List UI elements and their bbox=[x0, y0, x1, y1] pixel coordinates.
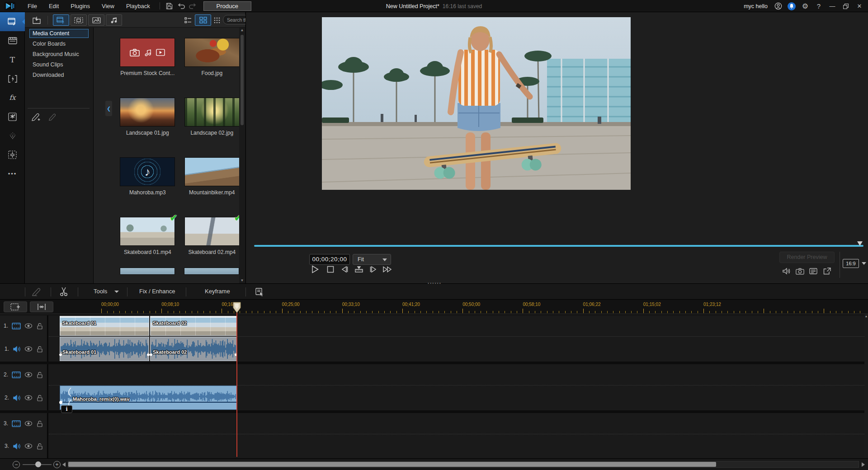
sidebar-overlay-room[interactable] bbox=[0, 107, 25, 126]
menu-playback[interactable]: Playback bbox=[120, 0, 156, 12]
timeline-clip-audio[interactable]: Skateboard 01 bbox=[60, 337, 149, 361]
scroll-right-icon[interactable] bbox=[862, 462, 865, 467]
fast-forward-button[interactable] bbox=[382, 263, 393, 275]
lock-icon[interactable] bbox=[36, 420, 43, 427]
minimize-button[interactable]: — bbox=[826, 0, 838, 12]
filter-photo-button[interactable] bbox=[88, 14, 104, 26]
play-button[interactable] bbox=[309, 263, 321, 275]
previous-frame-button[interactable] bbox=[339, 263, 350, 275]
library-item[interactable]: Mountainbiker.mp4 bbox=[182, 157, 242, 217]
settings-gear-icon[interactable]: ⚙ bbox=[799, 0, 811, 12]
library-scrollbar[interactable]: ▲ ▼ bbox=[239, 28, 245, 283]
playhead-marker[interactable] bbox=[233, 302, 241, 313]
timeline-ruler[interactable]: 00;00;0000;08;1000;16;2000;25;0000;33;10… bbox=[0, 300, 868, 314]
scroll-up-icon[interactable]: ▲ bbox=[864, 314, 868, 319]
eye-icon[interactable] bbox=[24, 323, 33, 329]
preview-quality-icon[interactable] bbox=[807, 266, 819, 276]
library-item[interactable]: Mahoroba.mp3 bbox=[118, 157, 177, 217]
timeline-clip-audio[interactable]: Skateboard 02 bbox=[150, 337, 237, 361]
lock-icon[interactable] bbox=[36, 323, 43, 329]
volume-keyframe-dot[interactable] bbox=[59, 401, 62, 404]
sidebar-particle-room[interactable] bbox=[0, 126, 25, 145]
zoom-slider-thumb[interactable] bbox=[35, 461, 41, 467]
timeline-clip-video[interactable]: Skateboard 02 bbox=[150, 316, 237, 336]
fit-timeline-button[interactable]: + bbox=[53, 461, 61, 468]
sidebar-more-rooms[interactable]: ••• bbox=[0, 164, 25, 183]
lock-icon[interactable] bbox=[36, 395, 43, 401]
import-media-button[interactable] bbox=[30, 14, 43, 26]
fix-enhance-button[interactable]: Fix / Enhance bbox=[139, 288, 175, 295]
seek-to-marker-button[interactable] bbox=[353, 263, 365, 275]
restore-button[interactable] bbox=[840, 0, 852, 12]
eye-icon[interactable] bbox=[24, 421, 33, 426]
sidebar-transition-room[interactable] bbox=[0, 69, 25, 88]
snapshot-camera-icon[interactable] bbox=[794, 266, 806, 276]
grid-view-button[interactable] bbox=[195, 14, 211, 26]
scroll-down-icon[interactable]: ▼ bbox=[239, 278, 245, 283]
produce-button[interactable]: Produce bbox=[203, 1, 251, 11]
library-menu-button[interactable] bbox=[212, 14, 222, 26]
clip-info-badge[interactable]: i bbox=[61, 405, 72, 413]
undo-button[interactable] bbox=[175, 0, 187, 12]
sidebar-media-room[interactable]: ♪ bbox=[0, 12, 25, 31]
eye-icon[interactable] bbox=[24, 395, 33, 400]
save-button[interactable] bbox=[164, 0, 175, 12]
library-item[interactable]: Premium Stock Cont... bbox=[118, 38, 177, 98]
lock-icon[interactable] bbox=[36, 443, 43, 450]
stop-button[interactable] bbox=[325, 263, 336, 275]
zoom-out-button[interactable]: − bbox=[13, 461, 20, 468]
chevron-down-icon[interactable] bbox=[862, 262, 866, 265]
volume-rubber-band[interactable] bbox=[60, 402, 236, 403]
help-icon[interactable]: ? bbox=[813, 0, 825, 12]
filter-all-media-button[interactable]: ♪ bbox=[53, 14, 69, 26]
scroll-left-icon[interactable] bbox=[62, 462, 66, 467]
library-item[interactable]: Food.jpg bbox=[182, 38, 242, 98]
category-item[interactable]: Downloaded bbox=[29, 70, 89, 80]
render-preview-button[interactable]: Render Preview bbox=[779, 252, 835, 263]
timeline-horizontal-scrollbar[interactable] bbox=[68, 461, 859, 468]
category-item[interactable]: Background Music bbox=[29, 50, 89, 59]
filter-music-button[interactable] bbox=[106, 14, 122, 26]
menu-plugins[interactable]: Plugins bbox=[65, 0, 96, 12]
next-frame-button[interactable] bbox=[368, 263, 379, 275]
menu-file[interactable]: File bbox=[22, 0, 43, 12]
sidebar-effects-room[interactable]: fx bbox=[0, 88, 25, 107]
library-item[interactable]: Landscape 02.jpg bbox=[182, 98, 242, 157]
seekbar-handle[interactable] bbox=[857, 241, 863, 246]
menu-edit[interactable]: Edit bbox=[43, 0, 65, 12]
scroll-up-icon[interactable]: ▲ bbox=[239, 28, 245, 33]
scrollbar-thumb[interactable] bbox=[68, 462, 716, 467]
preview-seekbar[interactable] bbox=[254, 245, 863, 247]
add-tag-icon[interactable] bbox=[31, 113, 41, 122]
scrollbar-thumb[interactable] bbox=[241, 35, 244, 125]
eye-icon[interactable] bbox=[24, 443, 33, 449]
redo-button[interactable] bbox=[187, 0, 199, 12]
filter-video-button[interactable] bbox=[71, 14, 87, 26]
category-item[interactable]: Color Boards bbox=[29, 39, 89, 48]
library-item[interactable]: Landscape 01.jpg bbox=[118, 98, 177, 157]
list-view-button[interactable] bbox=[182, 14, 194, 26]
menu-view[interactable]: View bbox=[96, 0, 120, 12]
timeline-vertical-scrollbar[interactable]: ▲ bbox=[864, 314, 868, 458]
eye-icon[interactable] bbox=[24, 346, 33, 352]
category-item[interactable]: Sound Clips bbox=[29, 60, 89, 69]
category-item[interactable]: Media Content bbox=[29, 29, 89, 38]
track-manager-button[interactable] bbox=[4, 301, 27, 312]
design-pen-icon[interactable] bbox=[32, 287, 42, 296]
library-item-partial[interactable] bbox=[120, 268, 175, 275]
audio-track-3-lane[interactable] bbox=[49, 434, 864, 458]
close-button[interactable]: ✕ bbox=[854, 0, 865, 12]
video-track-2-lane[interactable] bbox=[49, 364, 864, 385]
undock-window-icon[interactable] bbox=[821, 266, 833, 276]
keyframe-button[interactable]: Keyframe bbox=[205, 288, 230, 295]
snap-to-clips-button[interactable] bbox=[30, 301, 53, 312]
aspect-ratio-selector[interactable]: 16:9 bbox=[843, 259, 859, 268]
lock-icon[interactable] bbox=[36, 346, 43, 352]
split-scissors-icon[interactable] bbox=[60, 287, 68, 296]
tag-icon[interactable] bbox=[48, 113, 57, 122]
volume-speaker-icon[interactable] bbox=[780, 266, 792, 276]
timeline-clip-music[interactable]: Mahoroba_remix(0).wav i bbox=[60, 385, 237, 410]
collapse-categories-button[interactable]: ❮ bbox=[105, 101, 112, 116]
sidebar-title-room[interactable]: T bbox=[0, 50, 25, 69]
notifications-bell-icon[interactable] bbox=[786, 0, 797, 12]
